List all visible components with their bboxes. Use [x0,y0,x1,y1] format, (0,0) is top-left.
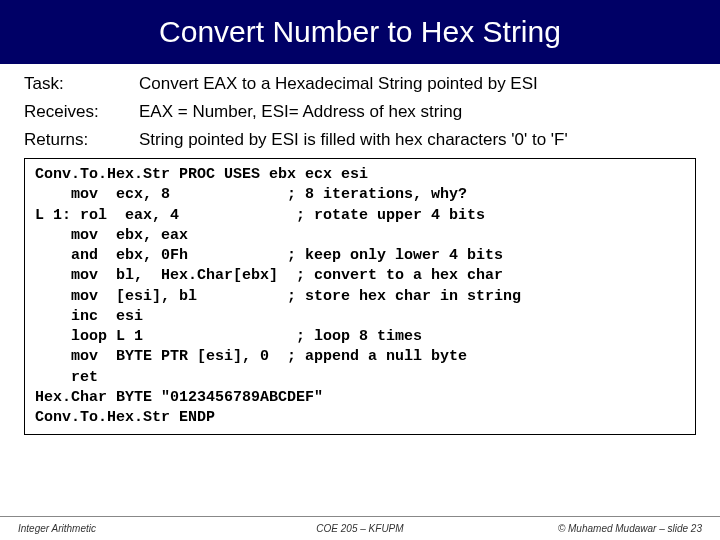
returns-label: Returns: [24,130,139,150]
footer: Integer Arithmetic COE 205 – KFUPM © Muh… [0,516,720,540]
task-label: Task: [24,74,139,94]
title-bar: Convert Number to Hex String [0,0,720,64]
receives-row: Receives: EAX = Number, ESI= Address of … [24,102,696,122]
footer-right: © Muhamed Mudawar – slide 23 [474,523,702,534]
task-value: Convert EAX to a Hexadecimal String poin… [139,74,696,94]
receives-label: Receives: [24,102,139,122]
slide-title: Convert Number to Hex String [159,15,561,49]
task-row: Task: Convert EAX to a Hexadecimal Strin… [24,74,696,94]
receives-value: EAX = Number, ESI= Address of hex string [139,102,696,122]
footer-left: Integer Arithmetic [18,523,246,534]
footer-center: COE 205 – KFUPM [246,523,474,534]
code-box: Conv.To.Hex.Str PROC USES ebx ecx esi mo… [24,158,696,435]
content-area: Task: Convert EAX to a Hexadecimal Strin… [0,64,720,150]
returns-row: Returns: String pointed by ESI is filled… [24,130,696,150]
returns-value: String pointed by ESI is filled with hex… [139,130,696,150]
